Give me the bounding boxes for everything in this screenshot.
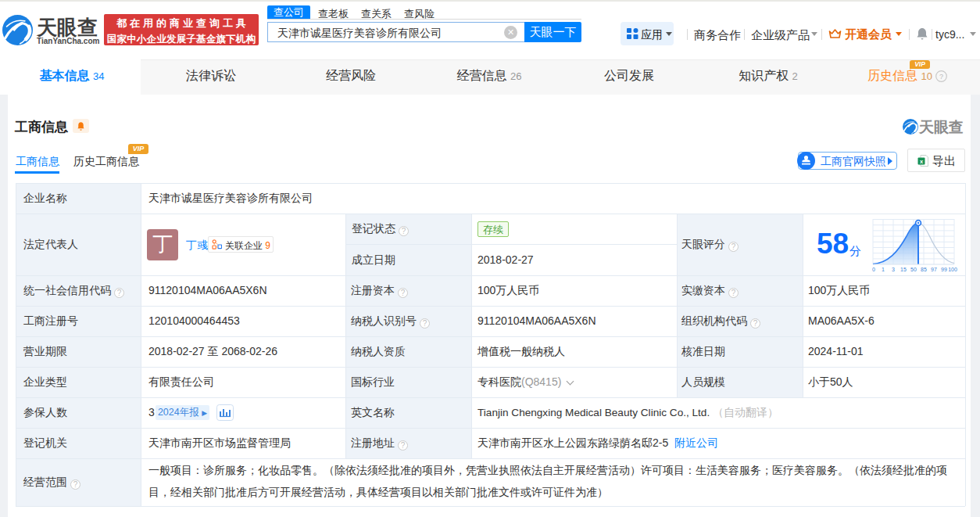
svg-text:3: 3	[892, 267, 895, 272]
svg-text:99: 99	[941, 267, 947, 272]
svg-text:1: 1	[882, 267, 885, 272]
svg-text:85: 85	[921, 267, 927, 272]
svg-text:0: 0	[872, 267, 875, 272]
svg-text:50: 50	[910, 267, 917, 272]
svg-text:?: ?	[939, 73, 943, 81]
svg-text:15: 15	[900, 267, 907, 272]
svg-text:97: 97	[931, 267, 937, 272]
svg-text:100: 100	[948, 267, 957, 272]
